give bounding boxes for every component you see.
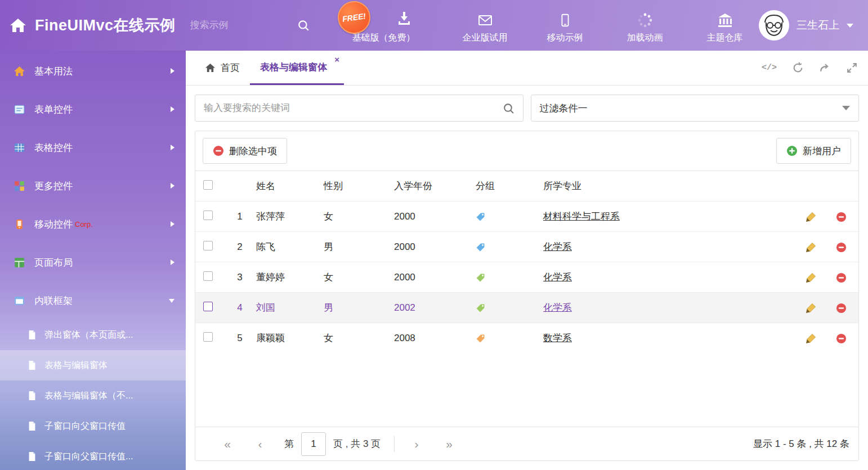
add-user-button[interactable]: 新增用户 [776,138,851,164]
sidebar-subitem-child-to-parent[interactable]: 子窗口向父窗口传值 [0,411,186,441]
cell-number: 2 [223,232,256,262]
sidebar-subitem-popup-window[interactable]: 弹出窗体（本页面或... [0,320,186,350]
cell-major: 化学系 [543,262,798,293]
keyword-search-input[interactable] [204,102,503,114]
home-icon [205,62,216,73]
sidebar-subitem-child-to-parent-2[interactable]: 子窗口向父窗口传值... [0,441,186,470]
share-icon[interactable] [819,62,831,74]
pager-divider [394,436,395,452]
nav-basic-edition[interactable]: FREE! 基础版（免费） [335,0,432,51]
row-checkbox[interactable] [203,302,213,311]
cell-number: 5 [223,323,256,353]
edit-pencil-icon[interactable] [806,242,816,253]
sidebar-item-page-layout[interactable]: 页面布局 [0,243,186,281]
cell-name: 张萍萍 [256,202,324,232]
app-logo[interactable]: FineUIMvc在线示例 [0,15,176,35]
sidebar-subitem-grid-edit-window[interactable]: 表格与编辑窗体 [0,350,186,381]
last-page-button[interactable]: » [433,437,466,451]
header-search-input[interactable] [190,20,275,31]
refresh-icon[interactable] [792,62,804,74]
edit-pencil-icon[interactable] [806,212,816,222]
page-number-input[interactable] [301,432,326,456]
edit-pencil-icon[interactable] [806,272,816,283]
code-icon[interactable]: </> [762,63,777,73]
frame-icon [12,294,26,307]
delete-row-icon[interactable] [836,242,847,253]
cell-name: 康颖颖 [256,323,324,353]
table-row-selected[interactable]: 4 刘国 男 2002 化学系 [195,293,858,323]
next-page-button[interactable]: › [400,437,433,451]
delete-row-icon[interactable] [836,333,847,344]
filter-dropdown-value: 过滤条件一 [540,102,588,115]
table-row[interactable]: 5 康颖颖 女 2008 数学系 [195,323,858,353]
button-label: 新增用户 [803,145,841,158]
delete-selected-button[interactable]: 删除选中项 [203,138,287,164]
avatar[interactable] [759,10,789,41]
table-row[interactable]: 1 张萍萍 女 2000 材料科学与工程系 [195,202,858,232]
sidebar-item-grid-controls[interactable]: 表格控件 [0,128,186,167]
search-icon[interactable] [297,19,310,32]
sidebar-item-iframe[interactable]: 内联框架 [0,281,186,320]
row-checkbox[interactable] [203,271,213,281]
keyword-search-box[interactable] [195,95,524,122]
edit-pencil-icon[interactable] [806,303,816,314]
sidebar-item-more-controls[interactable]: 更多控件 [0,167,186,205]
nav-enterprise-trial[interactable]: 企业版试用 [458,0,512,51]
sidebar-item-form-controls[interactable]: 表单控件 [0,90,186,128]
cell-gender: 女 [324,323,394,353]
nav-mobile-demo[interactable]: 移动示例 [538,0,592,51]
row-checkbox[interactable] [203,241,213,250]
user-menu[interactable]: 三生石上 [759,10,868,41]
row-checkbox[interactable] [203,332,213,342]
header-nav: FREE! 基础版（免费） 企业版试用 移动示例 加载动画 [335,0,752,51]
tab-label: 表格与编辑窗体 [260,61,327,74]
major-link[interactable]: 化学系 [543,302,572,313]
header-number [223,171,256,202]
row-checkbox[interactable] [203,211,213,220]
cell-year: 2000 [394,202,476,232]
tab-grid-edit-window[interactable]: 表格与编辑窗体 × [250,51,344,85]
page-total-label: 页 , 共 3 页 [333,437,381,450]
sidebar: 基本用法 表单控件 表格控件 更多控件 移动控件 Corp. [0,51,186,470]
search-icon[interactable] [503,102,514,114]
minus-circle-icon [213,145,224,156]
table-icon [12,141,26,154]
select-all-checkbox[interactable] [203,180,213,190]
sidebar-subitem-grid-edit-window-alt[interactable]: 表格与编辑窗体（不... [0,381,186,411]
cell-major: 化学系 [543,293,798,323]
cell-gender: 男 [324,293,394,323]
edit-pencil-icon[interactable] [806,333,816,344]
header-search[interactable] [190,19,310,32]
header-gender: 性别 [324,171,394,202]
table-row[interactable]: 3 董婷婷 女 2000 化学系 [195,262,858,293]
major-link[interactable]: 化学系 [543,272,572,283]
filter-row: 过滤条件一 [195,95,859,122]
major-link[interactable]: 材料科学与工程系 [543,211,620,222]
header-group: 分组 [476,171,543,202]
tab-home[interactable]: 首页 [195,51,250,85]
major-link[interactable]: 数学系 [543,333,572,343]
file-icon [27,451,37,462]
nav-loading-animation[interactable]: 加载动画 [618,0,672,51]
grid-empty-space [195,353,858,427]
table-row[interactable]: 2 陈飞 男 2000 化学系 [195,232,858,262]
tab-bar: 首页 表格与编辑窗体 × </> [186,51,868,86]
delete-row-icon[interactable] [836,212,847,222]
mobile-icon [558,12,572,28]
delete-row-icon[interactable] [836,272,847,283]
chevron-down-icon [842,106,850,110]
filter-dropdown[interactable]: 过滤条件一 [531,95,860,122]
main-area: 首页 表格与编辑窗体 × </> [186,51,868,470]
sidebar-item-basic-usage[interactable]: 基本用法 [0,52,186,90]
sidebar-subitem-label: 弹出窗体（本页面或... [44,329,133,341]
expand-icon[interactable] [846,62,858,74]
prev-page-button[interactable]: ‹ [244,437,276,451]
first-page-button[interactable]: « [211,437,244,451]
nav-label: 移动示例 [547,32,583,44]
sidebar-item-mobile-controls[interactable]: 移动控件 Corp. [0,205,186,243]
major-link[interactable]: 化学系 [543,241,572,252]
delete-row-icon[interactable] [836,303,847,314]
cell-gender: 女 [324,202,394,232]
close-icon[interactable]: × [334,55,339,64]
nav-theme-store[interactable]: 主题仓库 [698,0,752,51]
